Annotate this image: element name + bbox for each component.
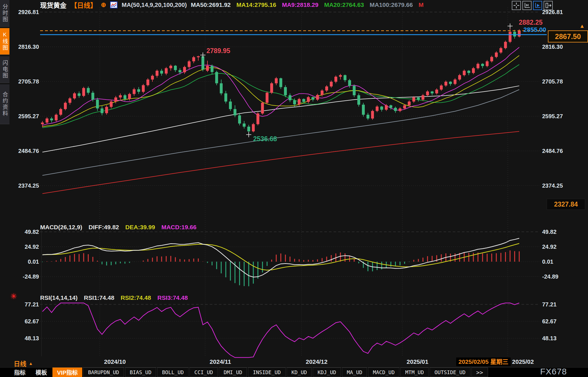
svg-text:2595.27: 2595.27: [542, 113, 563, 119]
svg-text:77.21: 77.21: [542, 301, 556, 308]
macd-dea-value: DEA:39.99: [125, 224, 155, 231]
svg-text:24.92: 24.92: [25, 244, 39, 250]
toolbar-tab-bias_ud[interactable]: BIAS_UD: [125, 368, 156, 377]
ma-line-MA200: [42, 131, 519, 194]
date-label: 2025/01: [407, 358, 428, 365]
period-dropdown-arrow: ▲: [29, 361, 33, 366]
svg-text:2926.81: 2926.81: [542, 9, 563, 15]
toolbar-tab-kd_ud[interactable]: KD_UD: [287, 368, 312, 377]
toolbar-tab-outside_ud[interactable]: OUTSIDE_UD: [430, 368, 470, 377]
svg-text:2595.27: 2595.27: [18, 113, 39, 119]
current-price-box: 2867.50: [548, 30, 588, 42]
ma-overlay-lines: [42, 47, 519, 194]
svg-text:2816.30: 2816.30: [18, 44, 39, 50]
rsi-pane: [42, 303, 519, 357]
date-label: 2024/10: [104, 358, 126, 365]
toolbar-tab-inside_ud[interactable]: INSIDE_UD: [248, 368, 286, 377]
date-label: 2024/11: [210, 358, 231, 365]
svg-text:2484.76: 2484.76: [18, 148, 39, 154]
svg-text:2705.78: 2705.78: [542, 78, 563, 85]
toolbar-tab-mtm_ud[interactable]: MTM_UD: [400, 368, 429, 377]
high-price-label: 2882.25: [519, 19, 542, 26]
ma-line-MA50: [42, 86, 519, 152]
toolbar-tab-cci_ud[interactable]: CCI_UD: [189, 368, 218, 377]
macd-header: MACD(26,12,9) DIFF:49.82 DEA:39.99 MACD:…: [40, 224, 197, 231]
svg-text:0.01: 0.01: [542, 259, 553, 265]
alert-price-box: 2327.84: [547, 199, 585, 210]
svg-text:2374.25: 2374.25: [542, 182, 563, 189]
alert-sun-icon[interactable]: ☀: [10, 292, 17, 301]
toolbar-tab-[interactable]: 指标: [9, 368, 30, 377]
date-label: 2024/12: [306, 358, 328, 365]
price-up-arrow-icon: ▲: [579, 23, 585, 29]
toolbar-tab-barupdn_ud[interactable]: BARUPDN_UD: [83, 368, 124, 377]
svg-text:24.92: 24.92: [542, 244, 556, 250]
svg-text:-24.89: -24.89: [542, 273, 558, 280]
svg-text:48.13: 48.13: [542, 335, 556, 341]
toolbar-tab-vip[interactable]: VIP指标: [52, 368, 82, 377]
toolbar-tab-boll_ud[interactable]: BOLL_UD: [157, 368, 189, 377]
rsi2-value: RSI2:74.48: [121, 294, 151, 301]
period-selector-label: 日线: [14, 359, 26, 368]
svg-text:2374.25: 2374.25: [18, 182, 39, 189]
svg-text:2816.30: 2816.30: [542, 44, 563, 50]
period-selector[interactable]: 日线 ▲: [14, 359, 33, 368]
toolbar-tab-[interactable]: 模板: [31, 368, 52, 377]
trough-price-label: 2536.68: [253, 135, 277, 143]
date-tooltip: 2025/02/05 星期三: [456, 357, 511, 366]
gridlines: 2926.812926.812816.302816.302705.782705.…: [18, 7, 563, 356]
watermark: FX678: [540, 367, 567, 376]
rsi-params: RSI(14,14,14): [40, 294, 78, 301]
svg-text:49.82: 49.82: [542, 229, 556, 235]
candlestick-series: [41, 26, 521, 135]
svg-text:2705.78: 2705.78: [18, 78, 39, 85]
toolbar-tab-[interactable]: >>: [471, 368, 488, 377]
date-label: 2025/02: [512, 358, 534, 365]
peak-price-label: 2789.95: [206, 47, 230, 55]
macd-pane: [42, 238, 519, 286]
indicator-toolbar: 指标模板VIP指标BARUPDN_UDBIAS_UDBOLL_UDCCI_UDD…: [0, 367, 588, 377]
toolbar-tab-macd_ud[interactable]: MACD_UD: [368, 368, 399, 377]
chart-canvas[interactable]: 2926.812926.812816.302816.302705.782705.…: [0, 0, 588, 377]
svg-text:62.67: 62.67: [25, 318, 39, 324]
chart-application: 分时图K线图闪电图合约资料 现货黄金 【日线】 ⊕ MA(50,14,9,20,…: [0, 0, 588, 377]
rsi-header: RSI(14,14,14) RSI1:74.48 RSI2:74.48 RSI3…: [40, 294, 188, 301]
toolbar-tab-kdj_ud[interactable]: KDJ_UD: [313, 368, 341, 377]
rsi1-value: RSI1:74.48: [84, 294, 114, 301]
macd-hist-value: MACD:19.66: [161, 224, 197, 231]
svg-text:49.82: 49.82: [25, 229, 39, 235]
toolbar-tab-dmi_ud[interactable]: DMI_UD: [219, 368, 247, 377]
svg-text:0.01: 0.01: [28, 259, 39, 265]
rsi3-value: RSI3:74.48: [157, 294, 188, 301]
svg-text:48.13: 48.13: [25, 335, 39, 341]
svg-text:-24.89: -24.89: [23, 273, 39, 280]
toolbar-tab-ma_ud[interactable]: MA_UD: [342, 368, 367, 377]
svg-text:2484.76: 2484.76: [542, 148, 563, 154]
macd-params: MACD(26,12,9): [40, 224, 82, 231]
blue-line-price-label: 2855.00: [523, 26, 546, 34]
price-level-lines: [40, 31, 547, 35]
macd-diff-value: DIFF:49.82: [89, 224, 119, 231]
svg-text:2926.81: 2926.81: [18, 9, 39, 15]
svg-text:77.21: 77.21: [25, 301, 39, 308]
extreme-markers: [200, 24, 513, 137]
svg-text:62.67: 62.67: [542, 318, 556, 324]
